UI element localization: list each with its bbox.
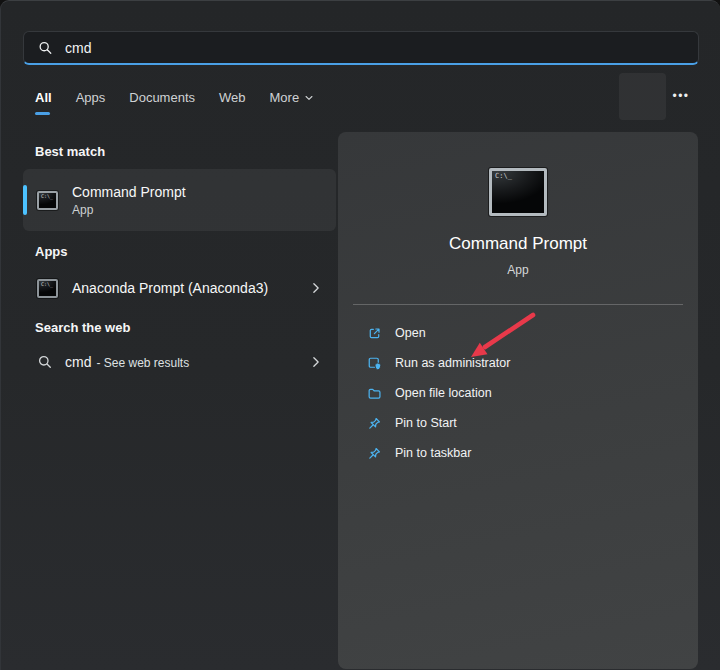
preview-subtitle: App (338, 263, 698, 277)
search-input[interactable] (65, 40, 665, 56)
divider (353, 304, 683, 305)
filter-tabs: All Apps Documents Web More (35, 90, 314, 105)
action-list: Open Run as administrator Open file loca… (338, 318, 698, 468)
preview-title: Command Prompt (338, 234, 698, 254)
section-header-best-match: Best match (35, 144, 105, 159)
chevron-down-icon (304, 93, 314, 103)
item-title: cmd- See web results (65, 354, 189, 370)
best-match-item-command-prompt[interactable]: C:\_ Command Prompt App (23, 169, 336, 231)
command-prompt-icon-large: C:\_ (489, 168, 547, 216)
action-pin-to-start[interactable]: Pin to Start (338, 408, 698, 438)
item-title: Anaconda Prompt (Anaconda3) (72, 280, 268, 296)
tab-web[interactable]: Web (219, 90, 246, 105)
section-header-search-the-web: Search the web (35, 320, 130, 335)
pin-icon (367, 446, 382, 461)
action-open-file-location[interactable]: Open file location (338, 378, 698, 408)
run-as-admin-icon (367, 356, 382, 371)
tab-apps[interactable]: Apps (76, 90, 106, 105)
selected-tab-indicator (35, 112, 50, 115)
app-item-anaconda-prompt[interactable]: C:\_ Anaconda Prompt (Anaconda3) (23, 267, 336, 309)
anaconda-prompt-icon: C:\_ (37, 279, 58, 298)
open-icon (367, 326, 382, 341)
action-pin-to-taskbar[interactable]: Pin to taskbar (338, 438, 698, 468)
action-label: Open (395, 326, 426, 340)
pin-icon (367, 416, 382, 431)
more-options-button[interactable]: ••• (665, 89, 697, 103)
preview-panel: C:\_ Command Prompt App Open Run as admi… (338, 132, 698, 669)
action-label: Pin to taskbar (395, 446, 471, 460)
tab-documents[interactable]: Documents (129, 90, 195, 105)
item-subtitle: App (72, 203, 186, 217)
folder-icon (367, 386, 382, 401)
tab-all[interactable]: All (35, 90, 52, 105)
command-prompt-icon: C:\_ (37, 191, 58, 210)
hover-highlight-square (619, 73, 666, 120)
search-icon (37, 354, 53, 370)
tab-more[interactable]: More (270, 90, 315, 105)
web-result-item[interactable]: cmd- See web results (23, 341, 336, 383)
section-header-apps: Apps (35, 244, 68, 259)
action-label: Open file location (395, 386, 492, 400)
search-icon (38, 40, 53, 55)
chevron-right-icon (310, 356, 322, 368)
action-label: Pin to Start (395, 416, 457, 430)
action-run-as-administrator[interactable]: Run as administrator (338, 348, 698, 378)
action-open[interactable]: Open (338, 318, 698, 348)
search-box[interactable] (23, 31, 699, 65)
windows-search-flyout: All Apps Documents Web More ••• Best mat… (0, 0, 720, 670)
action-label: Run as administrator (395, 356, 510, 370)
selection-indicator (23, 185, 27, 215)
item-title: Command Prompt (72, 184, 186, 200)
chevron-right-icon (310, 282, 322, 294)
